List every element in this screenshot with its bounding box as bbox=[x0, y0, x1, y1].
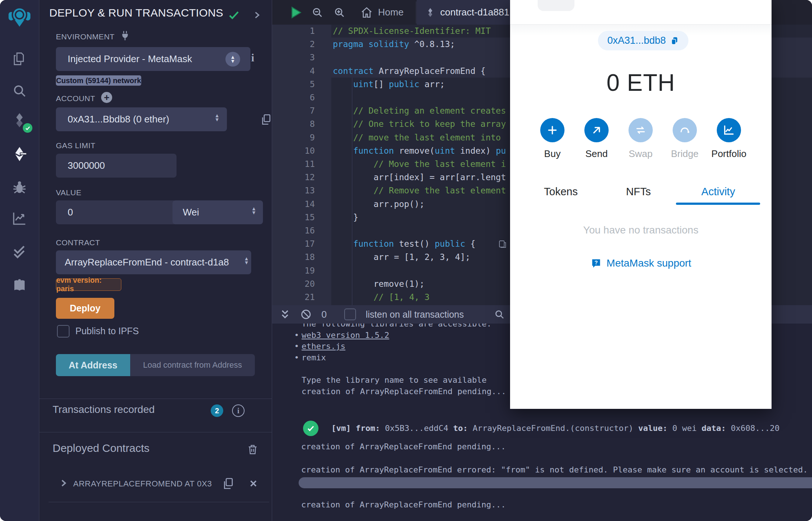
active-tab-underline bbox=[676, 203, 760, 205]
remove-contract-icon[interactable] bbox=[248, 478, 259, 489]
unit-testing-icon[interactable] bbox=[0, 238, 39, 265]
contract-label: CONTRACT bbox=[56, 238, 100, 247]
transactions-count-badge: 2 bbox=[211, 404, 223, 417]
terminal-link-line[interactable]: •ethers.js bbox=[294, 342, 345, 351]
terminal-line: creation of ArrayReplaceFromEnd errored:… bbox=[301, 465, 812, 474]
terminal-line: creation of ArrayReplaceFromEnd pending.… bbox=[301, 500, 506, 509]
run-function-icon[interactable] bbox=[498, 240, 507, 249]
tab-nfts[interactable]: NFTs bbox=[602, 186, 675, 198]
value-unit: Wei bbox=[183, 207, 199, 218]
panel-pin-chevron-icon[interactable] bbox=[252, 10, 261, 20]
eth-balance: 0 ETH bbox=[510, 69, 772, 96]
deployed-contract-label: ARRAYREPLACEFROMEND AT 0X3 bbox=[73, 479, 212, 489]
environment-updown-icon: ▲▼ bbox=[225, 52, 240, 67]
value-unit-select[interactable]: Wei ▲▼ bbox=[172, 200, 263, 224]
contract-expand-chevron-icon[interactable] bbox=[58, 478, 68, 488]
account-label: ACCOUNT bbox=[56, 94, 95, 103]
debugger-icon[interactable] bbox=[0, 174, 39, 200]
clear-console-icon[interactable] bbox=[300, 308, 312, 320]
swap-button: Swap bbox=[619, 118, 663, 160]
evm-version-badge: evm version: paris bbox=[56, 278, 121, 291]
publish-ipfs-label: Publish to IPFS bbox=[75, 326, 139, 336]
plug-icon[interactable] bbox=[120, 30, 131, 41]
tab-tokens[interactable]: Tokens bbox=[524, 186, 598, 198]
terminal-line: creation of ArrayReplaceFromEnd pending.… bbox=[301, 442, 506, 451]
collapse-terminal-icon[interactable] bbox=[279, 309, 291, 320]
swap-icon bbox=[628, 118, 653, 142]
svg-text:?: ? bbox=[595, 260, 598, 265]
remix-logo[interactable] bbox=[0, 3, 39, 29]
deploy-run-icon[interactable] bbox=[0, 141, 39, 167]
spacer bbox=[239, 405, 249, 415]
section-divider bbox=[49, 502, 269, 502]
buy-button[interactable]: Buy bbox=[530, 118, 574, 160]
gas-limit-input[interactable]: 3000000 bbox=[56, 154, 177, 178]
plugin-book-icon[interactable] bbox=[0, 272, 39, 299]
bridge-button: Bridge bbox=[663, 118, 707, 160]
tab-activity[interactable]: Activity bbox=[681, 186, 755, 198]
action-label: Portfolio bbox=[707, 148, 751, 160]
tab-home-label: Home bbox=[378, 7, 403, 18]
tab-contract-label: contract-d1a881... bbox=[440, 7, 517, 18]
copy-account-icon[interactable] bbox=[260, 113, 273, 126]
terminal-link-line[interactable]: •web3 version 1.5.2 bbox=[294, 331, 389, 340]
terminal-line: •remix bbox=[294, 353, 326, 362]
search-icon[interactable] bbox=[0, 78, 39, 104]
panel-check-icon bbox=[228, 9, 240, 21]
run-script-icon[interactable] bbox=[288, 5, 303, 20]
vm-transaction-line[interactable]: [vm] from: 0x5B3...eddC4 to: ArrayReplac… bbox=[331, 424, 780, 433]
environment-info-icon[interactable]: i bbox=[251, 51, 254, 64]
zoom-in-icon[interactable] bbox=[333, 6, 346, 19]
terminal-line bbox=[294, 364, 302, 373]
at-address-button[interactable]: At Address bbox=[56, 354, 130, 376]
bridge-icon bbox=[673, 118, 697, 142]
gas-limit-value: 3000000 bbox=[68, 160, 105, 171]
account-address: 0xA31...bdb8 bbox=[607, 35, 666, 46]
account-value: 0xA31...Bbdb8 (0 ether) bbox=[68, 114, 169, 125]
portfolio-icon bbox=[717, 118, 741, 142]
file-explorer-icon[interactable] bbox=[0, 46, 39, 72]
listen-transactions-checkbox[interactable] bbox=[344, 308, 356, 320]
solidity-compiler-icon[interactable] bbox=[0, 107, 39, 133]
terminal-badge: 0 bbox=[321, 309, 327, 320]
compile-success-badge bbox=[23, 123, 32, 133]
panel-title: DEPLOY & RUN TRANSACTIONS bbox=[49, 7, 223, 19]
listen-transactions-label: listen on all transactions bbox=[366, 309, 464, 320]
terminal-horizontal-scrollbar[interactable] bbox=[299, 477, 812, 488]
deployed-contracts-title: Deployed Contracts bbox=[53, 442, 149, 454]
copy-contract-icon[interactable] bbox=[222, 477, 235, 490]
deploy-button[interactable]: Deploy bbox=[56, 298, 114, 319]
remix-ide-window: DEPLOY & RUN TRANSACTIONS ENVIRONMENT In… bbox=[0, 0, 812, 521]
contract-select[interactable]: ArrayReplaceFromEnd - contract-d1a8 ▲▼ bbox=[56, 250, 251, 274]
action-label: Send bbox=[574, 148, 619, 160]
home-icon bbox=[360, 6, 373, 19]
environment-select[interactable]: Injected Provider - MetaMask ▲▼ bbox=[56, 47, 250, 71]
action-label: Buy bbox=[530, 148, 574, 160]
transactions-recorded-label: Transactions recorded bbox=[53, 404, 155, 415]
gas-limit-label: GAS LIMIT bbox=[56, 141, 95, 150]
publish-ipfs-checkbox[interactable] bbox=[57, 325, 70, 338]
terminal-search-icon[interactable] bbox=[494, 309, 505, 320]
metamask-support-link[interactable]: ? MetaMask support bbox=[510, 257, 772, 269]
portfolio-button[interactable]: Portfolio bbox=[707, 118, 751, 160]
at-address-input[interactable]: Load contract from Address bbox=[130, 354, 255, 376]
solidity-file-icon bbox=[425, 8, 435, 17]
add-account-icon[interactable]: + bbox=[101, 92, 112, 103]
tab-separator bbox=[416, 1, 416, 24]
trash-icon[interactable] bbox=[247, 443, 259, 455]
action-label: Bridge bbox=[663, 148, 707, 160]
copy-address-icon bbox=[670, 36, 679, 46]
account-select[interactable]: 0xA31...Bbdb8 (0 ether) ▲▼ bbox=[56, 107, 227, 131]
value-input[interactable]: 0 bbox=[56, 200, 177, 224]
support-question-icon: ? bbox=[590, 257, 602, 269]
action-label: Swap bbox=[619, 148, 663, 160]
deployed-contract-row[interactable]: ARRAYREPLACEFROMEND AT 0X3 bbox=[39, 476, 272, 492]
deploy-run-panel: DEPLOY & RUN TRANSACTIONS ENVIRONMENT In… bbox=[39, 0, 272, 521]
send-button[interactable]: Send bbox=[574, 118, 619, 160]
metamask-network-pill[interactable] bbox=[538, 0, 574, 11]
tab-home[interactable]: Home bbox=[360, 0, 403, 25]
support-label: MetaMask support bbox=[606, 257, 691, 269]
account-address-pill[interactable]: 0xA31...bdb8 bbox=[598, 31, 688, 50]
zoom-out-icon[interactable] bbox=[311, 6, 324, 19]
static-analysis-icon[interactable] bbox=[0, 205, 39, 232]
